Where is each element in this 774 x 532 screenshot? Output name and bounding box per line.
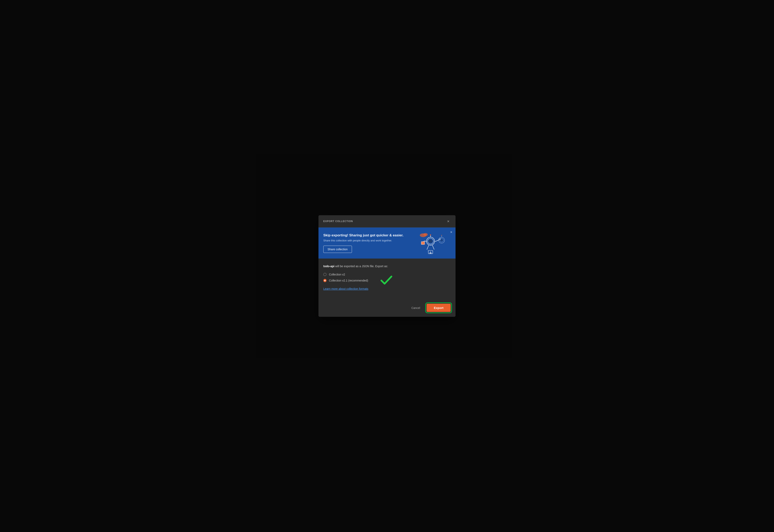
modal-body: todo-api will be exported as a JSON file… <box>318 259 456 300</box>
modal-header: EXPORT COLLECTION × <box>318 215 456 228</box>
export-desc-suffix: will be exported as a JSON file. Export … <box>335 265 388 268</box>
radio-circle-v21 <box>323 279 327 282</box>
modal-overlay: EXPORT COLLECTION × Skip exporting! Shar… <box>0 0 774 532</box>
svg-point-6 <box>429 240 433 243</box>
astronaut-illustration <box>411 232 450 254</box>
cancel-button[interactable]: Cancel <box>407 304 424 312</box>
svg-point-1 <box>423 233 428 236</box>
banner-close-button[interactable]: × <box>450 230 452 234</box>
svg-point-13 <box>440 239 443 241</box>
learn-more-link[interactable]: Learn more about collection formats <box>323 287 368 290</box>
export-description: todo-api will be exported as a JSON file… <box>323 264 451 268</box>
radio-label-v21: Collection v2.1 (recommended) <box>329 279 368 282</box>
banner-illustration <box>410 232 451 254</box>
collection-name: todo-api <box>323 265 334 268</box>
svg-point-15 <box>441 235 442 236</box>
radio-label-v2: Collection v2 <box>329 273 345 276</box>
export-button[interactable]: Export <box>427 304 451 312</box>
svg-point-5 <box>430 234 431 236</box>
modal-close-button[interactable]: × <box>446 219 451 224</box>
modal-title: EXPORT COLLECTION <box>323 220 353 223</box>
format-radio-group: Collection v2 Collection v2.1 (recommend… <box>323 273 451 282</box>
sharing-banner: Skip exporting! Sharing just got quicker… <box>318 228 456 259</box>
radio-item-v21[interactable]: Collection v2.1 (recommended) <box>323 279 451 282</box>
share-collection-button[interactable]: Share collection <box>323 246 352 253</box>
banner-title: Skip exporting! Sharing just got quicker… <box>323 233 410 237</box>
export-collection-modal: EXPORT COLLECTION × Skip exporting! Shar… <box>318 215 456 317</box>
modal-footer: Cancel Export <box>318 300 456 317</box>
radio-circle-v2 <box>323 273 327 276</box>
checkmark-icon <box>380 275 393 286</box>
banner-content: Skip exporting! Sharing just got quicker… <box>323 233 410 253</box>
banner-subtitle: Share this collection with people direct… <box>323 239 410 242</box>
